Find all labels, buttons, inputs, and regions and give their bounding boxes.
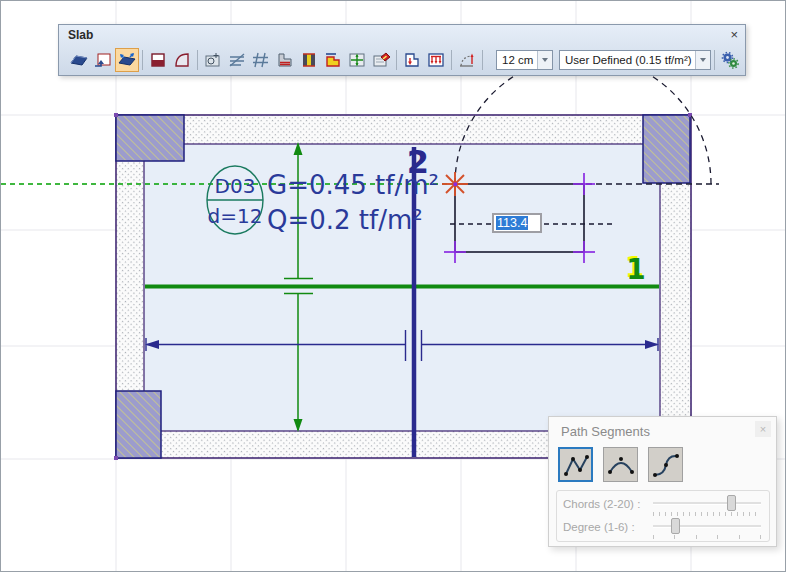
grid-hash-button[interactable] — [249, 48, 273, 72]
live-load-text: Q=0.2 tf/m² — [267, 205, 423, 235]
chords-slider-track — [653, 502, 761, 505]
segment-type-buttons — [558, 447, 693, 482]
dimension-input-value: 113.4 — [496, 216, 528, 230]
slab-tag-depth: d=12 — [208, 204, 263, 228]
grid-arrows-button[interactable] — [345, 48, 369, 72]
degree-slider[interactable] — [653, 518, 763, 540]
column-top-left — [116, 115, 184, 161]
column-top-right — [643, 115, 690, 183]
slab-icon — [69, 50, 89, 70]
slab-thickness-value: 12 cm — [497, 54, 537, 66]
slab-tag-name: D03 — [215, 174, 256, 198]
thickness-dropdown-button[interactable] — [537, 51, 552, 69]
load-case-value: User Defined (0.15 tf/m²) — [560, 54, 695, 66]
arc-icon — [606, 450, 636, 480]
segment-polyline-button[interactable] — [558, 447, 593, 482]
toolbar-separator — [396, 50, 397, 70]
hatch-lines-icon — [227, 50, 247, 70]
degree-slider-track — [653, 525, 761, 528]
chords-row: Chords (2-20) : — [563, 495, 763, 517]
toolbar-title: Slab — [68, 28, 93, 42]
dead-load-text: G=0.45 tf/m² — [267, 170, 439, 200]
segment-spline-button[interactable] — [648, 447, 683, 482]
toolbar-row: 12 cm User Defined (0.15 tf/m²) — [67, 46, 742, 73]
chevron-down-icon — [700, 58, 706, 62]
slab-button[interactable] — [67, 48, 91, 72]
toolbar-separator — [714, 50, 715, 70]
slab-modify-button[interactable] — [115, 48, 139, 72]
grid-hash-icon — [251, 50, 271, 70]
settings-gears-icon — [720, 50, 740, 70]
toolbar-close-button[interactable]: × — [730, 27, 738, 42]
polyline-icon — [561, 450, 591, 480]
degree-slider-ticks — [653, 535, 761, 539]
section-half-button[interactable] — [146, 48, 170, 72]
grid-erase-button[interactable] — [369, 48, 393, 72]
path-panel-close-button[interactable]: × — [755, 421, 771, 437]
slab-tag[interactable]: D03 d=12 — [207, 166, 263, 234]
hatch-lines-button[interactable] — [225, 48, 249, 72]
folder-slab-icon — [323, 50, 343, 70]
degree-slider-thumb[interactable] — [671, 518, 680, 534]
segment-options-group: Chords (2-20) : Degree (1-6) : — [556, 490, 770, 542]
load-area-button[interactable] — [400, 48, 424, 72]
load-case-dropdown-button[interactable] — [695, 51, 710, 69]
dimension-input[interactable]: 113.4 — [492, 213, 542, 233]
chords-slider-ticks — [653, 512, 761, 516]
load-case-combo[interactable]: User Defined (0.15 tf/m²) — [559, 50, 711, 70]
degree-row: Degree (1-6) : — [563, 518, 763, 540]
toolbar-separator — [197, 50, 198, 70]
start-point-dot — [454, 183, 458, 187]
path-segments-panel[interactable]: Path Segments × Chords (2-20) : — [548, 416, 777, 547]
path-angle-icon — [457, 50, 477, 70]
slab-paste-button[interactable] — [91, 48, 115, 72]
app-window: 1 1 2 — [0, 0, 786, 572]
chords-slider[interactable] — [653, 495, 763, 517]
section-half-icon — [148, 50, 168, 70]
loads-distributed-icon — [426, 50, 446, 70]
chords-slider-thumb[interactable] — [727, 495, 736, 511]
folder-slab-button[interactable] — [321, 48, 345, 72]
layers-icon — [275, 50, 295, 70]
chords-label: Chords (2-20) : — [563, 495, 653, 510]
slab-toolbar-window[interactable]: Slab × — [58, 24, 746, 76]
toolbar-separator — [142, 50, 143, 70]
spline-icon — [651, 450, 681, 480]
grid-arrows-icon — [347, 50, 367, 70]
load-area-icon — [402, 50, 422, 70]
path-angle-button[interactable] — [455, 48, 479, 72]
light-column-icon — [299, 50, 319, 70]
path-panel-title: Path Segments — [561, 424, 650, 439]
layers-button[interactable] — [273, 48, 297, 72]
slab-design-icon — [203, 50, 223, 70]
toolbar-separator — [451, 50, 452, 70]
degree-label: Degree (1-6) : — [563, 518, 653, 533]
column-bottom-left — [116, 391, 161, 458]
section-arc-icon — [172, 50, 192, 70]
settings-gears-button[interactable] — [718, 48, 742, 72]
axis-1-label: 1 — [626, 253, 645, 286]
grid-erase-icon — [371, 50, 391, 70]
loads-distributed-button[interactable] — [424, 48, 448, 72]
segment-arc-button[interactable] — [603, 447, 638, 482]
slab-design-button[interactable] — [201, 48, 225, 72]
slab-paste-icon — [93, 50, 113, 70]
toolbar-separator — [482, 50, 483, 70]
slab-modify-icon — [117, 50, 137, 70]
chevron-down-icon — [542, 58, 548, 62]
slab-thickness-combo[interactable]: 12 cm — [496, 50, 553, 70]
light-column-button[interactable] — [297, 48, 321, 72]
section-arc-button[interactable] — [170, 48, 194, 72]
